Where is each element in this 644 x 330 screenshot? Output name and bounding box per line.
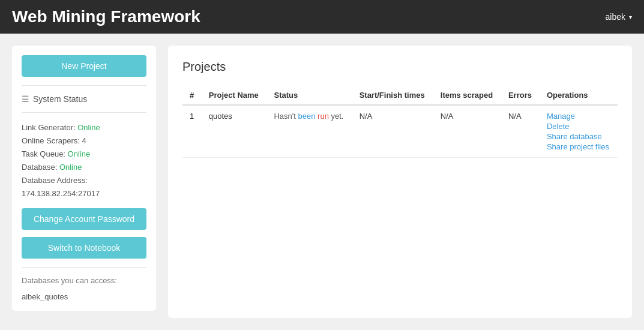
username: aibek: [606, 12, 625, 22]
bar-chart-icon: ☰: [22, 94, 29, 104]
table-row: 1 quotes Hasn't been run yet. N/A N/A N/…: [182, 105, 618, 158]
delete-link[interactable]: Delete: [547, 122, 610, 131]
divider-3: [22, 267, 146, 268]
system-status-label: System Status: [33, 94, 87, 104]
col-status: Status: [266, 86, 352, 105]
database-status: Database: Online: [22, 161, 146, 174]
scrapers-value: 4: [82, 136, 86, 145]
status-text: Hasn't been run yet.: [274, 112, 343, 121]
status-been: been: [298, 112, 316, 121]
change-password-button[interactable]: Change Account Password: [22, 208, 146, 230]
col-errors: Errors: [501, 86, 540, 105]
row-operations: Manage Delete Share database Share proje…: [540, 105, 618, 158]
switch-notebook-button[interactable]: Switch to Notebook: [22, 237, 146, 259]
content-area: Projects # Project Name Status Start/Fin…: [168, 46, 632, 318]
col-start-finish: Start/Finish times: [352, 86, 433, 105]
row-start-finish: N/A: [352, 105, 433, 158]
main-layout: New Project ☰ System Status Link Generat…: [0, 34, 644, 330]
status-run: run: [317, 112, 329, 121]
new-project-button[interactable]: New Project: [22, 55, 146, 77]
row-status: Hasn't been run yet.: [266, 105, 352, 158]
page-title: Projects: [182, 60, 618, 74]
chevron-down-icon: ▾: [629, 14, 632, 20]
col-items-scraped: Items scraped: [433, 86, 501, 105]
divider-1: [22, 85, 146, 86]
col-operations: Operations: [540, 86, 618, 105]
row-errors: N/A: [501, 105, 540, 158]
col-project-name: Project Name: [202, 86, 267, 105]
table-header-row: # Project Name Status Start/Finish times…: [182, 86, 618, 105]
row-items-scraped: N/A: [433, 105, 501, 158]
databases-label: Databases you can access:: [22, 276, 146, 285]
projects-table: # Project Name Status Start/Finish times…: [182, 86, 618, 158]
divider-2: [22, 112, 146, 113]
task-queue-status: Task Queue: Online: [22, 148, 146, 161]
link-generator-value: Online: [77, 123, 100, 132]
share-database-link[interactable]: Share database: [547, 132, 610, 141]
scrapers-status: Online Scrapers: 4: [22, 134, 146, 148]
share-project-files-link[interactable]: Share project files: [547, 142, 610, 151]
operations-links: Manage Delete Share database Share proje…: [547, 112, 610, 151]
system-status-item: ☰ System Status: [22, 94, 146, 104]
database-address-label: Database Address:: [22, 174, 146, 187]
row-project-name: quotes: [202, 105, 267, 158]
task-queue-value: Online: [68, 149, 91, 158]
col-number: #: [182, 86, 202, 105]
database-item: aibek_quotes: [22, 292, 146, 301]
status-info: Link Generator: Online Online Scrapers: …: [22, 121, 146, 201]
database-address-value: 174.138.82.254:27017: [22, 187, 146, 200]
sidebar: New Project ☰ System Status Link Generat…: [12, 46, 156, 311]
manage-link[interactable]: Manage: [547, 112, 610, 121]
header: Web Mining Framework aibek ▾: [0, 0, 644, 34]
row-number: 1: [182, 105, 202, 158]
database-value: Online: [59, 163, 82, 172]
app-title: Web Mining Framework: [12, 7, 200, 26]
user-menu[interactable]: aibek ▾: [606, 12, 632, 22]
link-generator-status: Link Generator: Online: [22, 121, 146, 134]
